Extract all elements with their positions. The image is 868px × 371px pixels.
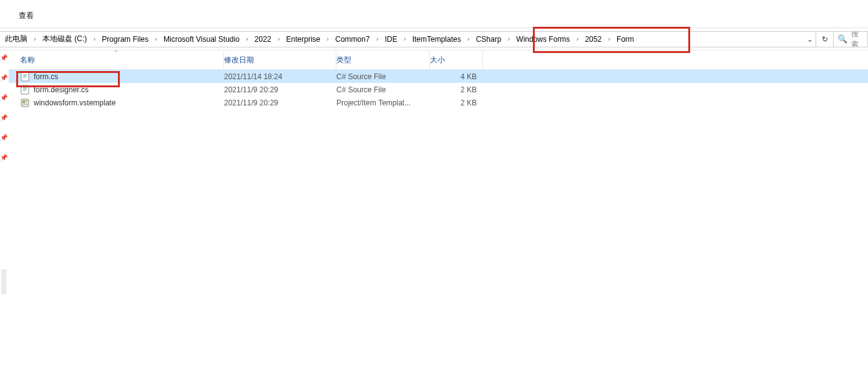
svg-rect-5 [22, 104, 27, 105]
crumb-msvs[interactable]: Microsoft Visual Studio [160, 32, 243, 47]
file-icon [20, 98, 30, 108]
pin-icon: 📌 [0, 95, 6, 101]
chevron-right-icon[interactable]: › [573, 36, 581, 42]
file-size-cell: 4 KB [430, 72, 483, 81]
table-row[interactable]: form.designer.cs2021/11/9 20:29C# Source… [9, 83, 868, 96]
svg-rect-4 [26, 100, 27, 102]
sort-ascending-icon: ˄ [115, 50, 118, 56]
address-history-dropdown[interactable]: ⌄ [803, 32, 816, 47]
file-type-cell: Project/Item Templat... [336, 99, 430, 107]
chevron-right-icon[interactable]: › [605, 36, 613, 42]
chevron-right-icon[interactable]: › [31, 36, 39, 42]
breadcrumb-bar[interactable]: 此电脑› 本地磁盘 (C:)› Program Files› Microsoft… [0, 31, 816, 47]
svg-rect-1 [21, 85, 29, 94]
svg-rect-0 [21, 72, 29, 81]
search-placeholder: 搜索 [851, 31, 864, 47]
file-name-cell[interactable]: windowsform.vstemplate [9, 98, 224, 108]
table-row[interactable]: form.cs2021/11/14 18:24C# Source File4 K… [9, 70, 868, 83]
crumb-csharp[interactable]: CSharp [472, 32, 505, 47]
column-header-type[interactable]: 类型 [336, 51, 430, 69]
scroll-thumb[interactable] [1, 269, 6, 294]
chevron-right-icon[interactable]: › [275, 36, 283, 42]
crumb-program-files[interactable]: Program Files [98, 32, 152, 47]
refresh-icon: ↻ [822, 35, 828, 44]
pin-icon: 📌 [0, 135, 6, 141]
search-icon: 🔍 [837, 34, 847, 44]
crumb-ide[interactable]: IDE [381, 32, 401, 47]
file-icon [20, 72, 30, 82]
crumb-common7[interactable]: Common7 [331, 32, 373, 47]
pin-icon: 📌 [0, 55, 6, 61]
pin-icon: 📌 [0, 115, 6, 121]
chevron-right-icon[interactable]: › [505, 36, 512, 42]
file-date-cell: 2021/11/9 20:29 [224, 99, 336, 107]
chevron-right-icon[interactable]: › [324, 36, 331, 42]
chevron-right-icon[interactable]: › [243, 36, 251, 42]
crumb-windows-forms[interactable]: Windows Forms [512, 32, 573, 47]
chevron-right-icon[interactable]: › [465, 36, 472, 42]
chevron-right-icon[interactable]: › [90, 36, 98, 42]
crumb-this-pc[interactable]: 此电脑 [1, 32, 31, 47]
chevron-down-icon: ⌄ [807, 35, 813, 44]
file-list-pane: ˄ 名称 修改日期 类型 大小 form.cs2021/11/14 18:24C… [9, 51, 868, 371]
file-size-cell: 2 KB [430, 85, 483, 94]
column-headers: ˄ 名称 修改日期 类型 大小 [9, 51, 868, 70]
pin-icon: 📌 [0, 75, 6, 81]
column-header-name-label: 名称 [20, 55, 35, 65]
crumb-itemtemplates[interactable]: ItemTemplates [409, 32, 465, 47]
left-gutter: 📌 📌 📌 📌 📌 📌 [0, 51, 7, 301]
file-date-cell: 2021/11/14 18:24 [224, 72, 336, 81]
file-name-label: form.cs [34, 72, 58, 81]
column-header-name[interactable]: ˄ 名称 [9, 51, 224, 69]
search-input[interactable]: 🔍 搜索 [834, 31, 868, 47]
file-date-cell: 2021/11/9 20:29 [224, 85, 336, 94]
refresh-button[interactable]: ↻ [816, 31, 834, 47]
file-icon [20, 85, 30, 95]
chevron-right-icon[interactable]: › [152, 36, 160, 42]
column-header-date[interactable]: 修改日期 [224, 51, 336, 69]
crumb-form[interactable]: Form [613, 32, 638, 47]
chevron-right-icon[interactable]: › [401, 36, 409, 42]
file-name-label: form.designer.cs [34, 85, 89, 94]
crumb-2052[interactable]: 2052 [581, 32, 605, 47]
ribbon-tabs: 查看 [0, 0, 868, 28]
crumb-drive-c[interactable]: 本地磁盘 (C:) [39, 32, 90, 47]
table-row[interactable]: windowsform.vstemplate2021/11/9 20:29Pro… [9, 96, 868, 109]
crumb-2022[interactable]: 2022 [251, 32, 275, 47]
file-name-cell[interactable]: form.designer.cs [9, 85, 224, 95]
tab-view[interactable]: 查看 [14, 7, 39, 27]
pin-icon: 📌 [0, 155, 6, 161]
file-type-cell: C# Source File [336, 72, 430, 81]
file-size-cell: 2 KB [430, 99, 483, 107]
column-header-size[interactable]: 大小 [430, 51, 483, 69]
crumb-enterprise[interactable]: Enterprise [283, 32, 324, 47]
address-bar-row: 此电脑› 本地磁盘 (C:)› Program Files› Microsoft… [0, 28, 868, 51]
file-name-cell[interactable]: form.cs [9, 72, 224, 82]
file-name-label: windowsform.vstemplate [34, 99, 115, 107]
file-type-cell: C# Source File [336, 85, 430, 94]
svg-rect-3 [22, 100, 25, 103]
chevron-right-icon[interactable]: › [374, 36, 381, 42]
